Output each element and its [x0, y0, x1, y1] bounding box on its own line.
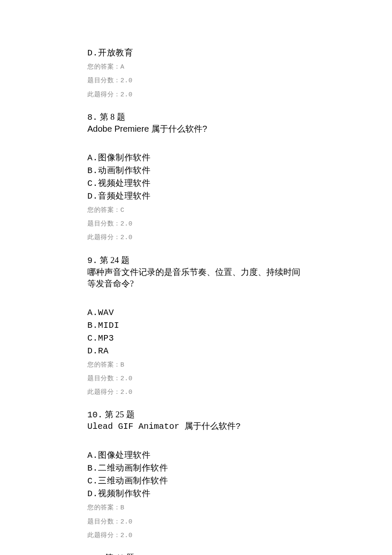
options-list: A.图像处理软件 B.二维动画制作软件 C.三维动画制作软件 D.视频制作软件	[87, 449, 307, 500]
question-score: 题目分数：2.0	[87, 517, 307, 526]
answer-label: 您的答案：	[87, 63, 121, 70]
option-text: 开放教育	[98, 48, 133, 57]
question-header: 10. 第 25 题	[87, 409, 307, 421]
options-list: A.图像制作软件 B.动画制作软件 C.视频处理软件 D.音频处理软件	[87, 152, 307, 202]
answer-label: 您的答案：	[87, 206, 121, 213]
option-text: RA	[98, 346, 109, 356]
earned-score: 此题得分：2.0	[87, 90, 307, 99]
earned-score: 此题得分：2.0	[87, 387, 307, 397]
answer-label: 您的答案：	[87, 504, 121, 511]
option-label: B.	[87, 166, 98, 176]
option-text: MIDI	[98, 321, 119, 330]
earned-score: 此题得分：2.0	[87, 233, 307, 242]
option-d: D.视频制作软件	[87, 488, 307, 500]
answer-value: B	[121, 361, 125, 369]
option-text: MP3	[98, 333, 114, 343]
option-label: D.	[87, 48, 98, 58]
option-c: C.MP3	[87, 332, 307, 344]
option-label: A.	[87, 308, 98, 318]
question-number: 10.	[87, 410, 103, 420]
option-text: WAV	[98, 308, 114, 318]
your-answer: 您的答案：B	[87, 503, 307, 512]
option-label: C.	[87, 333, 98, 343]
option-text: 音频处理软件	[98, 191, 150, 200]
question-score-value: 2.0	[121, 77, 133, 84]
option-a: A.WAV	[87, 306, 307, 318]
option-label: A.	[87, 153, 98, 163]
question-number: 9.	[87, 256, 98, 266]
option-label: C.	[87, 476, 98, 486]
option-label: B.	[87, 321, 98, 330]
earned-score-value: 2.0	[121, 91, 133, 98]
your-answer: 您的答案：A	[87, 62, 307, 72]
earned-score-value: 2.0	[121, 389, 133, 396]
question-text: 哪种声音文件记录的是音乐节奏、位置、力度、持续时间等发音命令?	[87, 266, 307, 289]
answer-meta-block: 您的答案：A 题目分数：2.0 此题得分：2.0	[87, 62, 307, 99]
question-number: 11.	[87, 553, 103, 555]
option-label: A.	[87, 451, 98, 460]
your-answer: 您的答案：B	[87, 360, 307, 370]
question-score: 题目分数：2.0	[87, 76, 307, 85]
question-header: 11. 第 41 题	[87, 552, 307, 555]
options-list: A.WAV B.MIDI C.MP3 D.RA	[87, 306, 307, 357]
option-a: A.图像处理软件	[87, 449, 307, 461]
option-b: B.二维动画制作软件	[87, 462, 307, 474]
option-label: D.	[87, 346, 98, 356]
earned-score-label: 此题得分：	[87, 91, 121, 98]
option-text: 视频处理软件	[98, 178, 150, 188]
earned-score-value: 2.0	[121, 234, 133, 241]
option-label: D.	[87, 191, 98, 201]
option-d: D.RA	[87, 345, 307, 357]
option-c: C.三维动画制作软件	[87, 475, 307, 487]
option-b: B.动画制作软件	[87, 165, 307, 176]
answer-meta-block: 您的答案：B 题目分数：2.0 此题得分：2.0	[87, 503, 307, 540]
earned-score-value: 2.0	[121, 532, 133, 539]
option-text: 视频制作软件	[98, 489, 150, 498]
option-b: B.MIDI	[87, 319, 307, 331]
option-text: 三维动画制作软件	[98, 476, 168, 485]
option-d: D.开放教育	[87, 47, 307, 59]
option-text: 二维动画制作软件	[98, 463, 168, 472]
earned-score-label: 此题得分：	[87, 234, 121, 240]
question-title: 第 41 题	[105, 553, 135, 555]
option-label: B.	[87, 463, 98, 473]
question-score-value: 2.0	[121, 518, 133, 526]
question-score-label: 题目分数：	[87, 375, 121, 382]
document-page: D.开放教育 您的答案：A 题目分数：2.0 此题得分：2.0 8. 第 8 题…	[0, 0, 392, 555]
question-header: 9. 第 24 题	[87, 254, 307, 266]
option-label: C.	[87, 179, 98, 188]
answer-meta-block: 您的答案：B 题目分数：2.0 此题得分：2.0	[87, 360, 307, 397]
question-score-value: 2.0	[121, 375, 133, 382]
question-score-value: 2.0	[121, 220, 133, 228]
question-title: 第 24 题	[100, 255, 130, 265]
your-answer: 您的答案：C	[87, 205, 307, 215]
answer-label: 您的答案：	[87, 361, 121, 368]
question-header: 8. 第 8 题	[87, 111, 307, 123]
earned-score: 此题得分：2.0	[87, 531, 307, 540]
option-c: C.视频处理软件	[87, 177, 307, 189]
question-score-label: 题目分数：	[87, 518, 121, 525]
earned-score-label: 此题得分：	[87, 532, 121, 538]
question-score: 题目分数：2.0	[87, 374, 307, 383]
question-title: 第 8 题	[100, 112, 125, 121]
answer-value: A	[121, 64, 125, 71]
question-text: Adobe Premiere 属于什么软件?	[87, 123, 307, 135]
answer-value: C	[121, 207, 125, 214]
option-text: 动画制作软件	[98, 165, 150, 175]
answer-meta-block: 您的答案：C 题目分数：2.0 此题得分：2.0	[87, 205, 307, 243]
question-score-label: 题目分数：	[87, 77, 121, 84]
question-text: Ulead GIF Animator 属于什么软件?	[87, 421, 307, 432]
option-a: A.图像制作软件	[87, 152, 307, 164]
option-text: 图像处理软件	[98, 450, 150, 460]
question-score-label: 题目分数：	[87, 220, 121, 227]
question-number: 8.	[87, 113, 98, 122]
question-title: 第 25 题	[105, 410, 135, 419]
option-d: D.音频处理软件	[87, 190, 307, 202]
option-text: 图像制作软件	[98, 153, 150, 162]
option-label: D.	[87, 489, 98, 499]
question-score: 题目分数：2.0	[87, 219, 307, 228]
earned-score-label: 此题得分：	[87, 388, 121, 395]
answer-value: B	[121, 504, 125, 512]
